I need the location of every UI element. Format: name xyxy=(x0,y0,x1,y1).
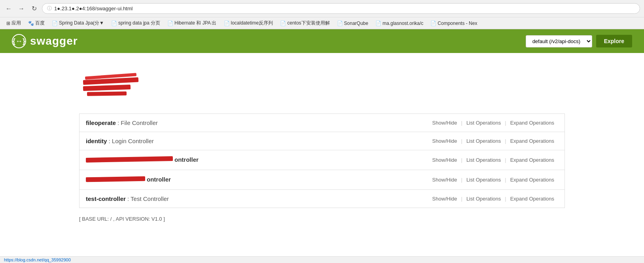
show-hide-btn-2[interactable]: Show/Hide xyxy=(428,157,461,163)
list-ops-btn-3[interactable]: List Operations xyxy=(462,177,505,183)
bookmark-item-5[interactable]: 📄localdatetime反序列 xyxy=(222,19,276,27)
api-row: ontroller Show/Hide | List Operations | … xyxy=(80,150,564,170)
bookmark-label-2: Spring Data Jpa(分▼ xyxy=(59,20,104,26)
expand-ops-btn-4[interactable]: Expand Operations xyxy=(506,196,558,202)
controller-desc-4: : Test Controller xyxy=(127,195,169,202)
base-url-text: [ BASE URL: / , API VERSION: V1.0 ] xyxy=(79,216,165,222)
api-actions-3: Show/Hide | List Operations | Expand Ope… xyxy=(428,177,558,183)
api-name-4: test-controller : Test Controller xyxy=(86,195,169,202)
redact-suffix-3: ontroller xyxy=(147,176,171,183)
expand-ops-btn-2[interactable]: Expand Operations xyxy=(506,157,558,163)
svg-rect-4 xyxy=(86,156,173,163)
logo-area xyxy=(79,69,565,102)
swagger-header: {↔} swagger default (/v2/api-docs) Explo… xyxy=(0,29,644,53)
show-hide-btn-0[interactable]: Show/Hide xyxy=(428,120,461,126)
bookmark-label-8: ma.glasnost.orika/c xyxy=(383,21,423,26)
bookmark-label-5: localdatetime反序列 xyxy=(231,20,273,26)
swagger-controls: default (/v2/api-docs) Explore xyxy=(526,35,632,47)
api-row: ontroller Show/Hide | List Operations | … xyxy=(80,170,564,190)
bookmark-label-4: Hibernate 和 JPA 出 xyxy=(174,20,217,26)
api-docs-select[interactable]: default (/v2/api-docs) xyxy=(526,35,592,47)
expand-ops-btn-0[interactable]: Expand Operations xyxy=(506,120,558,126)
forward-button[interactable]: → xyxy=(17,4,26,13)
api-actions-2: Show/Hide | List Operations | Expand Ope… xyxy=(428,157,558,163)
show-hide-btn-3[interactable]: Show/Hide xyxy=(428,177,461,183)
swagger-icon-symbol: {↔} xyxy=(13,37,25,45)
bookmark-item-9[interactable]: 📄Components - Nex xyxy=(428,20,479,27)
bookmark-icon-9: 📄 xyxy=(430,21,436,26)
bookmark-item-8[interactable]: 📄ma.glasnost.orika/c xyxy=(373,20,426,27)
controller-id-1: identity xyxy=(86,138,107,144)
bookmark-label-0: 应用 xyxy=(11,20,21,26)
list-ops-btn-0[interactable]: List Operations xyxy=(462,120,505,126)
redact-block-2: ontroller xyxy=(86,156,199,163)
show-hide-btn-1[interactable]: Show/Hide xyxy=(428,138,461,144)
bookmark-item-3[interactable]: 📄spring data jpa 分页 xyxy=(109,19,163,27)
bookmark-label-9: Components - Nex xyxy=(438,21,477,26)
bookmark-icon-6: 📄 xyxy=(280,21,286,26)
bookmark-icon-5: 📄 xyxy=(224,21,230,26)
bookmark-item-0[interactable]: ⊞应用 xyxy=(4,19,23,27)
base-url: [ BASE URL: / , API VERSION: V1.0 ] xyxy=(79,216,565,222)
browser-toolbar: ← → ↻ ⓘ 1●.23.1●.2●4:168/swagger-ui.html xyxy=(0,0,644,17)
main-content: fileoperate : File Controller Show/Hide … xyxy=(0,53,644,230)
secure-icon: ⓘ xyxy=(47,5,52,12)
api-name-2: ontroller xyxy=(86,156,199,164)
bookmark-icon-7: 📄 xyxy=(337,21,343,26)
bookmark-label-6: centos下安装使用解 xyxy=(287,20,330,26)
bookmark-icon-3: 📄 xyxy=(111,21,117,26)
svg-rect-1 xyxy=(83,85,131,91)
bookmark-item-6[interactable]: 📄centos下安装使用解 xyxy=(278,19,332,27)
bookmark-icon-2: 📄 xyxy=(52,21,58,26)
redact-svg-3 xyxy=(86,176,145,183)
bookmark-icon-8: 📄 xyxy=(375,21,381,26)
bookmark-icon-0: ⊞ xyxy=(6,21,10,26)
address-bar[interactable]: ⓘ 1●.23.1●.2●4:168/swagger-ui.html xyxy=(42,3,640,14)
controller-id-4: test-controller xyxy=(86,195,126,202)
swagger-icon: {↔} xyxy=(12,34,26,48)
api-name-3: ontroller xyxy=(86,176,171,184)
bookmark-icon-1: 🐾 xyxy=(28,21,34,26)
api-row: identity : Login Controller Show/Hide | … xyxy=(80,132,564,150)
browser-chrome: ← → ↻ ⓘ 1●.23.1●.2●4:168/swagger-ui.html… xyxy=(0,0,644,29)
logo-image xyxy=(79,69,142,100)
api-row: fileoperate : File Controller Show/Hide … xyxy=(80,114,564,132)
url-text: 1●.23.1●.2●4:168/swagger-ui.html xyxy=(54,6,133,11)
back-button[interactable]: ← xyxy=(4,4,13,13)
svg-rect-2 xyxy=(87,91,127,96)
controller-desc-1: : Login Controller xyxy=(109,138,154,144)
redact-svg-2 xyxy=(86,156,173,163)
api-actions-1: Show/Hide | List Operations | Expand Ope… xyxy=(428,138,558,144)
api-name-0: fileoperate : File Controller xyxy=(86,119,158,126)
svg-rect-5 xyxy=(86,176,145,182)
bookmark-icon-4: 📄 xyxy=(167,21,173,26)
bookmark-label-7: SonarQube xyxy=(344,21,368,26)
explore-button[interactable]: Explore xyxy=(596,35,632,47)
expand-ops-btn-3[interactable]: Expand Operations xyxy=(506,177,558,183)
list-ops-btn-1[interactable]: List Operations xyxy=(462,138,505,144)
bookmark-item-4[interactable]: 📄Hibernate 和 JPA 出 xyxy=(165,19,219,27)
swagger-title: swagger xyxy=(30,35,78,47)
controller-id-0: fileoperate xyxy=(86,119,116,126)
redact-block-3: ontroller xyxy=(86,176,171,183)
show-hide-btn-4[interactable]: Show/Hide xyxy=(428,196,461,202)
expand-ops-btn-1[interactable]: Expand Operations xyxy=(506,138,558,144)
bookmark-item-1[interactable]: 🐾百度 xyxy=(26,19,47,27)
refresh-button[interactable]: ↻ xyxy=(29,4,39,13)
bookmark-item-7[interactable]: 📄SonarQube xyxy=(335,20,371,27)
api-row: test-controller : Test Controller Show/H… xyxy=(80,190,564,208)
redact-suffix-2: ontroller xyxy=(174,156,199,163)
bookmarks-bar: ⊞应用🐾百度📄Spring Data Jpa(分▼📄spring data jp… xyxy=(0,17,644,29)
list-ops-btn-4[interactable]: List Operations xyxy=(462,196,505,202)
bookmark-item-2[interactable]: 📄Spring Data Jpa(分▼ xyxy=(49,19,106,27)
swagger-logo: {↔} swagger xyxy=(12,34,78,48)
api-list: fileoperate : File Controller Show/Hide … xyxy=(79,114,565,208)
controller-desc-0: : File Controller xyxy=(117,119,158,126)
api-actions-4: Show/Hide | List Operations | Expand Ope… xyxy=(428,196,558,202)
bookmark-label-1: 百度 xyxy=(35,20,45,26)
bookmark-label-3: spring data jpa 分页 xyxy=(118,20,160,26)
list-ops-btn-2[interactable]: List Operations xyxy=(462,157,505,163)
api-actions-0: Show/Hide | List Operations | Expand Ope… xyxy=(428,120,558,126)
api-name-1: identity : Login Controller xyxy=(86,138,154,144)
